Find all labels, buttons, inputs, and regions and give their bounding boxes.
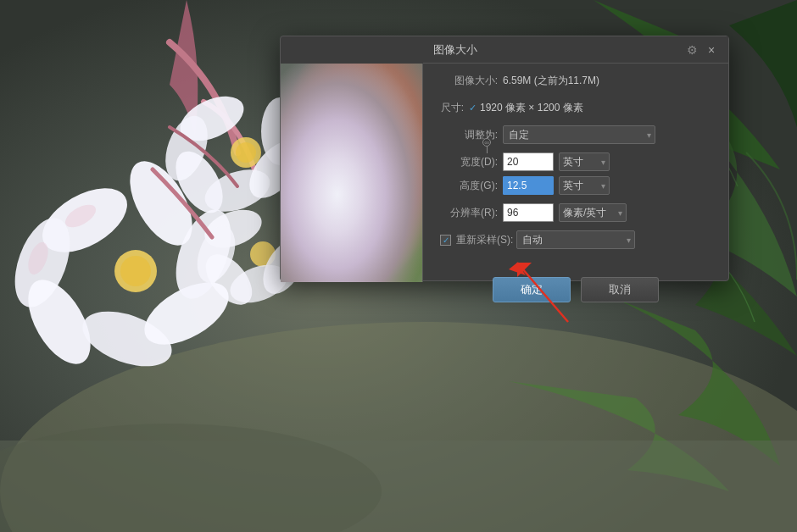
height-label: 高度(G): (437, 179, 498, 193)
height-unit-select[interactable]: 英寸 (559, 176, 610, 195)
width-unit-select[interactable]: 英寸 (559, 152, 610, 171)
cancel-button[interactable]: 取消 (581, 277, 659, 302)
height-input[interactable] (503, 176, 554, 195)
dialog-body: 图像大小: 6.59M (之前为11.7M) 尺寸: ✓ 1920 像素 × 1… (423, 64, 728, 265)
width-row: 宽度(D): 英寸 ∞ (437, 152, 715, 172)
image-size-dialog: 图像大小 ⚙ × 图像大小: 6.59M (之前为11.7M) 尺寸: ✓ 19… (280, 36, 729, 281)
dimensions-row: 尺寸: ✓ 1920 像素 × 1200 像素 (437, 97, 715, 118)
width-label: 宽度(D): (437, 155, 498, 169)
svg-point-3 (120, 256, 151, 286)
resample-label: 重新采样(S): (456, 233, 513, 247)
dimensions-value: 1920 像素 × 1200 像素 (480, 101, 583, 115)
close-button[interactable]: × (705, 43, 718, 57)
preview-area (281, 64, 423, 282)
width-input[interactable] (503, 152, 554, 171)
imagesize-label: 图像大小: (437, 74, 498, 88)
resolution-input[interactable] (503, 203, 554, 222)
dimensions-label: 尺寸: (437, 101, 464, 115)
resample-checkbox[interactable]: ✓ (440, 235, 451, 246)
resolution-unit-select[interactable]: 像素/英寸 (559, 203, 627, 222)
preview-image (281, 64, 422, 282)
resample-row: ✓ 重新采样(S): 自动 (437, 230, 715, 250)
resolution-label: 分辨率(R): (437, 206, 498, 220)
imagesize-value: 6.59M (之前为11.7M) (503, 74, 599, 88)
checkbox-check-icon: ✓ (443, 236, 449, 245)
adjust-row: 调整为: 自定 (437, 125, 715, 145)
adjust-select[interactable]: 自定 (503, 125, 655, 144)
dimensions-check-icon: ✓ (469, 103, 477, 114)
dialog-buttons: 确定 取消 (423, 277, 728, 302)
height-row: 高度(G): 英寸 (437, 175, 715, 196)
gear-icon[interactable]: ⚙ (687, 43, 698, 57)
resample-select[interactable]: 自动 (516, 230, 635, 249)
svg-point-14 (236, 142, 256, 163)
dialog-title: 图像大小 (433, 42, 477, 58)
resolution-row: 分辨率(R): 像素/英寸 (437, 202, 715, 223)
imagesize-row: 图像大小: 6.59M (之前为11.7M) (437, 70, 715, 91)
confirm-button[interactable]: 确定 (493, 277, 571, 302)
dialog-titlebar: 图像大小 ⚙ × (423, 36, 728, 64)
